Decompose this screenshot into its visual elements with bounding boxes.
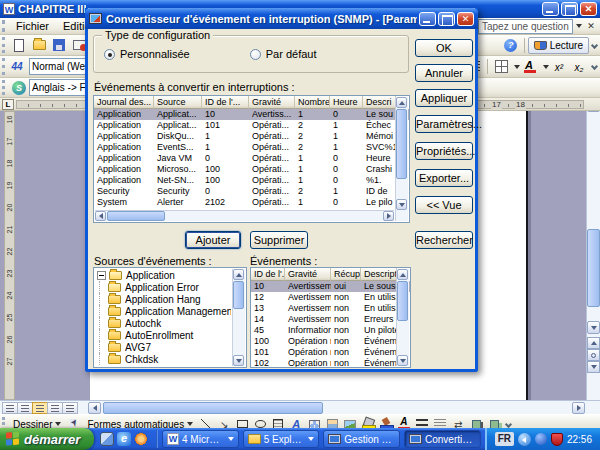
column-header[interactable]: Heure bbox=[330, 96, 363, 109]
toolbar-options-icon[interactable] bbox=[589, 56, 600, 77]
scroll-down-icon[interactable] bbox=[397, 355, 408, 366]
scrollbar-thumb[interactable] bbox=[233, 281, 244, 309]
scroll-right-icon[interactable] bbox=[383, 211, 394, 221]
dialog-titlebar[interactable]: Convertisseur d'événement en interruptio… bbox=[85, 8, 478, 29]
reading-view-icon[interactable] bbox=[62, 402, 78, 414]
table-row[interactable]: 100Opération r...nonÉvénements d'ar bbox=[251, 336, 410, 347]
scroll-right-icon[interactable] bbox=[572, 402, 585, 414]
save-button[interactable] bbox=[50, 37, 68, 54]
scrollbar-thumb[interactable] bbox=[396, 109, 407, 179]
open-button[interactable] bbox=[30, 37, 48, 54]
previous-page-icon[interactable] bbox=[587, 337, 600, 349]
tray-app-icon[interactable] bbox=[535, 433, 547, 445]
column-header[interactable]: Descri bbox=[363, 96, 396, 109]
print-layout-icon[interactable] bbox=[32, 402, 48, 414]
group-chevron-icon[interactable] bbox=[308, 437, 314, 441]
toolbar-grip[interactable] bbox=[2, 80, 7, 95]
scroll-up-icon[interactable] bbox=[587, 111, 600, 112]
dialog-minimize-button[interactable] bbox=[419, 12, 436, 26]
table-row[interactable]: SecuritySecurity0Opérati...21ID de bbox=[94, 186, 409, 197]
borders-dropdown-icon[interactable] bbox=[514, 65, 520, 69]
table-row[interactable]: ApplicationMicroso...100Opérati...10Cras… bbox=[94, 164, 409, 175]
scrollbar-thumb[interactable] bbox=[103, 402, 323, 414]
scroll-up-icon[interactable] bbox=[397, 269, 408, 280]
column-header[interactable]: Gravité bbox=[249, 96, 295, 109]
task-convertisseur[interactable]: Convertiss... bbox=[404, 430, 481, 448]
list-horizontal-scrollbar[interactable] bbox=[95, 210, 394, 221]
question-dropdown-icon[interactable] bbox=[576, 24, 582, 28]
column-header[interactable]: Nombre bbox=[295, 96, 330, 109]
help-icon[interactable] bbox=[502, 37, 520, 54]
tree-item[interactable]: Application Hang bbox=[95, 293, 231, 305]
table-row[interactable]: 10Avertissem...ouiLe sous-système bbox=[251, 281, 410, 292]
table-row[interactable]: SystemAlerter2102Opérati...10Le pilo bbox=[94, 197, 409, 208]
exporter-button[interactable]: Exporter... bbox=[415, 169, 473, 187]
supprimer-button[interactable]: Supprimer bbox=[250, 231, 308, 249]
table-row[interactable]: ApplicationEventS...1Opérati...21SVC%1 bbox=[94, 142, 409, 153]
scroll-left-icon[interactable] bbox=[88, 402, 101, 414]
minimize-button[interactable] bbox=[542, 2, 559, 16]
menu-fichier[interactable]: Fichier bbox=[9, 19, 56, 33]
column-header[interactable]: Journal des... bbox=[94, 96, 154, 109]
table-row[interactable]: ApplicationApplicat...101Opérati...21Éch… bbox=[94, 120, 409, 131]
scroll-down-icon[interactable] bbox=[233, 355, 244, 366]
document-close-icon[interactable] bbox=[584, 19, 598, 33]
horizontal-scrollbar[interactable] bbox=[0, 400, 600, 414]
table-row[interactable]: ApplicationNet-SN...100Opérati...10%1. bbox=[94, 175, 409, 186]
proprietes-button[interactable]: Propriétés... bbox=[415, 142, 473, 160]
column-header[interactable]: Source bbox=[154, 96, 202, 109]
table-row[interactable]: 45Information...nonUn pilote de péri bbox=[251, 325, 410, 336]
systran-icon[interactable] bbox=[10, 79, 28, 96]
subscript-button[interactable] bbox=[570, 58, 588, 75]
toolbar-grip[interactable] bbox=[2, 37, 7, 53]
toolbar-grip[interactable] bbox=[2, 58, 7, 75]
scrollbar-thumb[interactable] bbox=[107, 211, 165, 221]
language-indicator[interactable]: FR bbox=[495, 432, 514, 446]
scroll-up-icon[interactable] bbox=[233, 269, 244, 280]
scroll-down-icon[interactable] bbox=[587, 321, 600, 334]
borders-button[interactable] bbox=[492, 58, 510, 75]
tree-item-root[interactable]: Application bbox=[95, 269, 231, 281]
scrollbar-thumb[interactable] bbox=[587, 229, 600, 307]
column-header[interactable]: Description bbox=[361, 268, 397, 281]
column-header[interactable]: ID de l'... bbox=[202, 96, 249, 109]
table-row[interactable]: 101Opération r...nonÉvénements blo bbox=[251, 347, 410, 358]
tree-item[interactable]: Autochk bbox=[95, 317, 231, 329]
list-vertical-scrollbar[interactable] bbox=[396, 269, 409, 366]
ok-button[interactable]: OK bbox=[415, 39, 473, 57]
tree-vertical-scrollbar[interactable] bbox=[232, 269, 245, 366]
vue-button[interactable]: << Vue bbox=[415, 196, 473, 214]
toolbar-grip[interactable] bbox=[2, 20, 7, 32]
scroll-down-icon[interactable] bbox=[396, 199, 407, 210]
tree-item[interactable]: Application Management bbox=[95, 305, 231, 317]
font-color-button[interactable] bbox=[521, 58, 539, 75]
column-header[interactable]: ID de l'... bbox=[251, 268, 285, 281]
reading-mode-button[interactable]: Lecture bbox=[528, 37, 589, 54]
normal-view-icon[interactable] bbox=[2, 402, 18, 414]
security-shield-icon[interactable] bbox=[551, 433, 563, 446]
scroll-up-icon[interactable] bbox=[396, 97, 407, 108]
collapse-icon[interactable] bbox=[97, 271, 106, 280]
events-to-convert-listview[interactable]: Journal des...SourceID de l'...GravitéNo… bbox=[93, 95, 410, 223]
web-layout-icon[interactable] bbox=[17, 402, 33, 414]
close-button[interactable] bbox=[580, 2, 597, 16]
outline-view-icon[interactable] bbox=[47, 402, 63, 414]
scrollbar-thumb[interactable] bbox=[397, 281, 408, 321]
select-browse-object-icon[interactable] bbox=[587, 349, 600, 361]
annuler-button[interactable]: Annuler bbox=[415, 64, 473, 82]
radio-par-defaut[interactable]: Par défaut bbox=[250, 48, 317, 60]
font-color-dropdown-icon[interactable] bbox=[543, 65, 549, 69]
scroll-left-icon[interactable] bbox=[95, 211, 106, 221]
dialog-close-button[interactable] bbox=[457, 12, 474, 26]
tree-item[interactable]: AVG7 bbox=[95, 341, 231, 353]
media-player-icon[interactable] bbox=[134, 432, 148, 446]
table-row[interactable]: 102Opération r...nonÉvénements d'a bbox=[251, 358, 410, 368]
tab-selector[interactable]: L bbox=[2, 99, 14, 110]
events-detail-listview[interactable]: ID de l'...GravitéRécupé...Description10… bbox=[250, 267, 411, 368]
toolbar-options-icon[interactable] bbox=[589, 35, 600, 55]
internet-explorer-icon[interactable] bbox=[117, 432, 131, 446]
task-explorer-group[interactable]: 5 Explora... bbox=[243, 430, 320, 448]
rechercher-button[interactable]: Rechercher bbox=[415, 231, 473, 249]
group-chevron-icon[interactable] bbox=[228, 437, 234, 441]
tree-item[interactable]: Application Error bbox=[95, 281, 231, 293]
